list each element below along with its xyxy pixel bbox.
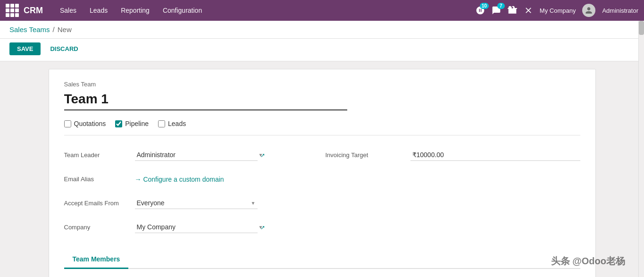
form-section-title: Sales Team	[64, 81, 580, 88]
company-label[interactable]: My Company	[540, 7, 576, 14]
pipeline-checkbox-label[interactable]: Pipeline	[115, 120, 149, 127]
activity-badge: 10	[480, 3, 489, 9]
main-nav: Sales Leads Reporting Configuration	[54, 4, 476, 17]
right-fields: Invoicing Target ₹10000.00	[326, 143, 580, 239]
team-leader-external-link[interactable]: ➚	[260, 152, 265, 159]
team-leader-label: Team Leader	[64, 147, 135, 163]
scrollbar-thumb[interactable]	[639, 21, 644, 35]
leads-label: Leads	[168, 120, 186, 127]
quotations-checkbox[interactable]	[64, 120, 71, 127]
pipeline-label: Pipeline	[125, 120, 149, 127]
accept-emails-row: Accept Emails From Everyone ▼	[64, 191, 307, 215]
company-row: Company My Company ▼ ➚	[64, 215, 307, 239]
chat-badge: 7	[497, 3, 505, 9]
topbar: CRM Sales Leads Reporting Configuration …	[0, 0, 644, 21]
company-external-link[interactable]: ➚	[260, 224, 265, 231]
checkboxes-row: Quotations Pipeline Leads	[64, 120, 580, 127]
invoicing-target-row: Invoicing Target ₹10000.00	[326, 143, 580, 167]
breadcrumb-sep: /	[53, 25, 55, 34]
invoicing-target-value: ₹10000.00	[410, 149, 580, 161]
email-alias-label: Email Alias	[64, 171, 135, 187]
breadcrumb: Sales Teams / New	[0, 21, 644, 39]
breadcrumb-parent[interactable]: Sales Teams	[9, 25, 50, 34]
tab-team-members[interactable]: Team Members	[64, 251, 129, 269]
save-button[interactable]: SAVE	[9, 42, 41, 55]
tab-content: ADD	[64, 269, 580, 277]
quotations-label: Quotations	[74, 120, 106, 127]
company-label: Company	[64, 219, 135, 235]
email-alias-row: Email Alias → Configure a custom domain	[64, 167, 307, 191]
breadcrumb-current: New	[58, 25, 72, 34]
left-fields: Team Leader Administrator ▼ ➚ Email Alia…	[64, 143, 307, 239]
grid-icon[interactable]	[6, 4, 19, 17]
brand-label[interactable]: CRM	[24, 6, 43, 16]
scrollbar[interactable]	[638, 21, 644, 277]
company-field: My Company ▼ ➚	[135, 221, 265, 233]
form-fields-container: Team Leader Administrator ▼ ➚ Email Alia…	[64, 143, 580, 239]
gift-icon-btn[interactable]	[508, 6, 517, 15]
team-leader-row: Team Leader Administrator ▼ ➚	[64, 143, 307, 167]
activity-icon-btn[interactable]: 10	[476, 6, 485, 15]
leads-checkbox-label[interactable]: Leads	[158, 120, 186, 127]
nav-reporting[interactable]: Reporting	[115, 4, 155, 17]
email-alias-link[interactable]: → Configure a custom domain	[135, 176, 224, 183]
accept-emails-select[interactable]: Everyone	[135, 197, 258, 209]
company-select[interactable]: My Company	[135, 221, 258, 233]
accept-emails-label: Accept Emails From	[64, 195, 135, 211]
topbar-right: 10 7 My Company Administrator	[476, 4, 638, 17]
leads-checkbox[interactable]	[158, 120, 165, 127]
invoicing-target-label: Invoicing Target	[326, 147, 410, 163]
tabs-row: Team Members	[64, 251, 580, 269]
pipeline-checkbox[interactable]	[115, 120, 122, 127]
nav-leads[interactable]: Leads	[84, 4, 113, 17]
form-card: Sales Team Quotations Pipeline Leads	[49, 69, 596, 277]
discard-button[interactable]: DISCARD	[46, 42, 82, 55]
team-name-input[interactable]	[64, 90, 347, 110]
quotations-checkbox-label[interactable]: Quotations	[64, 120, 106, 127]
nav-sales[interactable]: Sales	[54, 4, 82, 17]
avatar[interactable]	[582, 4, 595, 17]
divider	[64, 135, 580, 135]
nav-configuration[interactable]: Configuration	[157, 4, 208, 17]
chat-icon-btn[interactable]: 7	[492, 6, 501, 15]
close-icon-btn[interactable]	[524, 6, 533, 15]
accept-emails-field: Everyone ▼	[135, 197, 258, 209]
action-bar: SAVE DISCARD	[0, 39, 644, 61]
team-leader-select[interactable]: Administrator	[135, 149, 258, 161]
user-label[interactable]: Administrator	[602, 7, 638, 14]
team-leader-field: Administrator ▼ ➚	[135, 149, 265, 161]
main-content: Sales Team Quotations Pipeline Leads	[0, 61, 644, 277]
